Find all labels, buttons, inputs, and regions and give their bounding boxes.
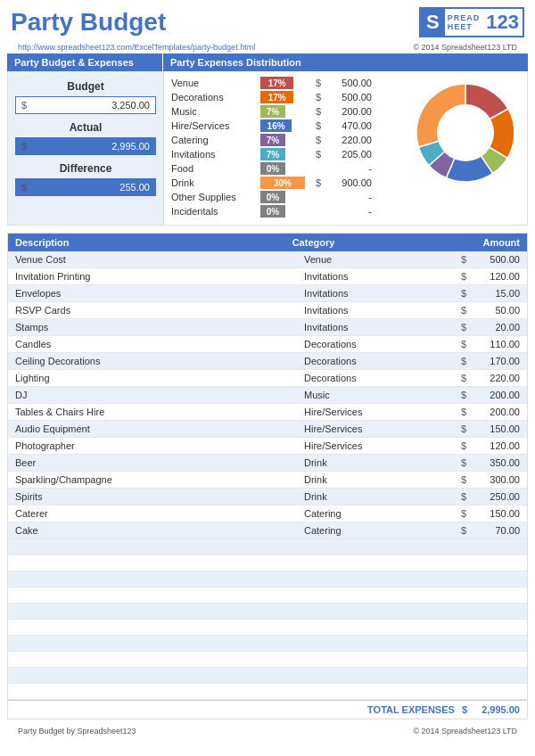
row-amount: 150.00 <box>466 423 520 434</box>
expense-amount: - <box>323 192 372 202</box>
expense-bar-wrap: 7% <box>260 148 305 160</box>
row-amount: 120.00 <box>466 440 520 451</box>
logo-s: S <box>421 9 445 36</box>
total-amount: 2,995.00 <box>471 704 520 715</box>
expense-label: Drink <box>171 177 260 188</box>
empty-rows <box>8 539 527 700</box>
row-dollar: $ <box>449 508 466 519</box>
row-dollar: $ <box>449 288 466 299</box>
expense-label: Incidentals <box>171 206 260 217</box>
actual-value: 2,995.00 <box>30 141 150 152</box>
row-desc: Lighting <box>15 373 304 383</box>
expense-row: Incidentals 0% - <box>171 205 520 218</box>
row-amount: 15.00 <box>466 288 520 299</box>
row-cat: Hire/Services <box>304 440 449 451</box>
footer-right: © 2014 Spreadsheet123 LTD <box>413 727 517 735</box>
left-panel: Budget $ 3,250.00 Actual $ 2,995.00 Diff… <box>8 71 164 225</box>
row-cat: Catering <box>304 525 449 536</box>
expense-label: Venue <box>171 78 260 88</box>
logo-123: 123 <box>482 11 523 34</box>
table-row: Lighting Decorations $ 220.00 <box>8 370 527 387</box>
expense-amount: 205.00 <box>323 149 372 160</box>
col-description: Description <box>15 237 292 248</box>
main-wrapper: http://www.spreadsheet123.com/ExcelTempl… <box>0 41 535 739</box>
row-dollar: $ <box>449 271 466 282</box>
row-amount: 500.00 <box>466 254 520 265</box>
footer: Party Budget by Spreadsheet123 © 2014 Sp… <box>7 723 528 739</box>
table-row: Candles Decorations $ 110.00 <box>8 336 527 353</box>
table-row: Envelopes Invitations $ 15.00 <box>8 285 527 302</box>
table-row: Beer Drink $ 350.00 <box>8 455 527 472</box>
row-dollar: $ <box>449 339 466 349</box>
empty-row <box>8 604 527 620</box>
expense-amount: - <box>323 163 372 174</box>
diff-label: Difference <box>15 162 156 175</box>
row-amount: 110.00 <box>466 339 520 349</box>
row-desc: Invitation Printing <box>15 271 304 282</box>
table-row: Stamps Invitations $ 20.00 <box>8 319 527 336</box>
row-desc: Audio Equipment <box>15 423 304 434</box>
expense-amount: 220.00 <box>323 135 372 145</box>
expense-bar-wrap: 7% <box>260 105 305 118</box>
row-desc: Beer <box>15 457 304 468</box>
expense-bar-wrap: 16% <box>260 119 305 132</box>
expense-row: Other Supplies 0% - <box>171 191 520 203</box>
expense-bar: 7% <box>260 134 285 146</box>
tab1[interactable]: Party Budget & Expenses <box>7 53 163 71</box>
row-dollar: $ <box>449 491 466 502</box>
table-row: Tables & Chairs Hire Hire/Services $ 200… <box>8 404 527 421</box>
actual-label: Actual <box>15 121 156 134</box>
row-cat: Decorations <box>304 356 449 366</box>
row-desc: Envelopes <box>15 288 304 299</box>
row-desc: Photographer <box>15 440 304 451</box>
row-amount: 170.00 <box>466 356 520 366</box>
row-dollar: $ <box>449 423 466 434</box>
table-row: Sparkling/Champagne Drink $ 300.00 <box>8 472 527 489</box>
col-dollar-header <box>431 237 449 248</box>
expense-bar-wrap: 0% <box>260 162 305 175</box>
row-desc: Sparkling/Champagne <box>15 474 304 485</box>
expense-bar: 7% <box>260 105 285 118</box>
row-desc: Spirits <box>15 491 304 502</box>
expense-amount: 470.00 <box>323 120 372 131</box>
row-cat: Decorations <box>304 373 449 383</box>
table-row: Venue Cost Venue $ 500.00 <box>8 251 527 268</box>
tab2[interactable]: Party Expenses Distribution <box>163 53 528 71</box>
row-dollar: $ <box>449 254 466 265</box>
row-desc: Candles <box>15 339 304 349</box>
expense-label: Music <box>171 106 260 117</box>
empty-row <box>8 539 527 555</box>
expense-dollar: $ <box>310 106 323 117</box>
expense-amount: 200.00 <box>323 106 372 117</box>
row-dollar: $ <box>449 356 466 366</box>
expense-label: Catering <box>171 135 260 145</box>
row-dollar: $ <box>449 407 466 417</box>
copyright-top: © 2014 Spreadsheet123 LTD <box>413 43 517 52</box>
row-desc: DJ <box>15 390 304 400</box>
url-link[interactable]: http://www.spreadsheet123.com/ExcelTempl… <box>18 43 255 52</box>
diff-box: $ 255.00 <box>15 178 156 196</box>
empty-row <box>8 668 527 684</box>
row-dollar: $ <box>449 305 466 316</box>
empty-row <box>8 684 527 700</box>
row-desc: RSVP Cards <box>15 305 304 316</box>
logo-spread: PREAD <box>448 13 481 22</box>
diff-value: 255.00 <box>30 182 150 193</box>
budget-label: Budget <box>15 80 156 93</box>
row-dollar: $ <box>449 440 466 451</box>
expense-label: Food <box>171 163 260 174</box>
expense-bar: 0% <box>260 205 285 218</box>
content-area: Budget $ 3,250.00 Actual $ 2,995.00 Diff… <box>7 71 528 226</box>
budget-dollar: $ <box>21 100 27 111</box>
row-dollar: $ <box>449 525 466 536</box>
table-row: Cake Catering $ 70.00 <box>8 522 527 539</box>
row-cat: Venue <box>304 254 449 265</box>
total-dollar: $ <box>462 704 467 715</box>
col-category: Category <box>292 237 431 248</box>
expense-dollar: $ <box>310 177 323 188</box>
empty-row <box>8 652 527 668</box>
row-dollar: $ <box>449 474 466 485</box>
row-desc: Tables & Chairs Hire <box>15 407 304 417</box>
total-row: TOTAL EXPENSES $ 2,995.00 <box>8 700 527 719</box>
actual-box: $ 2,995.00 <box>15 137 156 155</box>
